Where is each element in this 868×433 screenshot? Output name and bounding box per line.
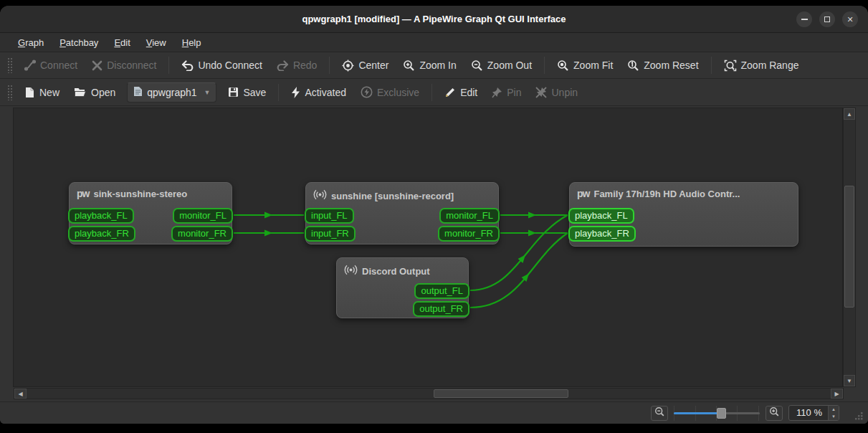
port-output-fr[interactable]: output_FR <box>413 301 469 317</box>
zoom-in-icon <box>403 60 415 72</box>
statusbar-zoom-out-button[interactable] <box>651 406 668 421</box>
slider-fill <box>674 412 721 414</box>
close-button[interactable]: ✕ <box>842 11 858 27</box>
spinbox-arrows[interactable]: ▲ ▼ <box>828 406 839 420</box>
menu-graph[interactable]: Graph <box>10 34 52 51</box>
scroll-down-button[interactable]: ▼ <box>844 375 855 386</box>
toolbar-separator <box>168 57 169 74</box>
patchbay-toolbar: New Open qpwgraph1 ▼ Save Activated Excl… <box>0 79 868 106</box>
open-folder-icon <box>74 87 87 97</box>
toolbar-drag-handle[interactable] <box>7 85 13 100</box>
stream-icon <box>344 263 358 279</box>
node-header: Discord Output <box>337 258 468 279</box>
unpin-icon <box>535 87 547 98</box>
port-playback-fl[interactable]: playback_FL <box>68 208 134 224</box>
save-button[interactable]: Save <box>221 82 273 103</box>
horizontal-scrollbar[interactable]: ◀ ▶ <box>14 388 844 399</box>
node-discord-output[interactable]: Discord Output output_FL output_FR <box>336 257 469 318</box>
graph-toolbar: Connect Disconnect Undo Connect Redo Cen… <box>0 52 868 79</box>
port-monitor-fl[interactable]: monitor_FL <box>439 208 500 224</box>
connection-edges <box>14 108 844 388</box>
menu-patchbay[interactable]: Patchbay <box>52 34 106 51</box>
toolbar-separator <box>431 84 432 101</box>
maximize-button[interactable] <box>819 11 835 27</box>
graph-canvas[interactable]: pw sink-sunshine-stereo playback_FL play… <box>13 108 843 387</box>
zoom-fit-button[interactable]: Zoom Fit <box>550 55 620 76</box>
center-icon <box>342 60 354 72</box>
menu-view[interactable]: View <box>138 34 174 51</box>
port-playback-fr[interactable]: playback_FR <box>68 226 135 242</box>
statusbar-zoom-in-button[interactable] <box>766 406 783 421</box>
activated-lightning-icon <box>291 87 300 98</box>
toolbar-separator <box>544 57 545 74</box>
scroll-left-button[interactable]: ◀ <box>14 389 27 399</box>
center-button[interactable]: Center <box>335 55 396 76</box>
port-playback-fr[interactable]: playback_FR <box>568 226 636 242</box>
node-title: sunshine [sunshine-record] <box>331 191 454 201</box>
zoom-out-button[interactable]: Zoom Out <box>464 55 539 76</box>
zoom-percent-value[interactable]: 110 % <box>789 406 828 420</box>
zoom-in-icon <box>769 406 780 420</box>
zoom-out-icon <box>654 406 665 420</box>
horizontal-scrollbar-thumb[interactable] <box>434 389 568 398</box>
patchbay-file-icon <box>133 86 143 99</box>
undo-connect-button[interactable]: Undo Connect <box>174 55 270 75</box>
port-monitor-fr[interactable]: monitor_FR <box>438 226 500 242</box>
titlebar: qpwgraph1 [modified] — A PipeWire Graph … <box>0 6 868 33</box>
unpin-button[interactable]: Unpin <box>528 82 585 103</box>
port-input-fl[interactable]: input_FL <box>305 208 354 224</box>
zoom-slider[interactable] <box>674 406 760 421</box>
port-monitor-fl[interactable]: monitor_FL <box>173 208 233 224</box>
node-sunshine[interactable]: sunshine [sunshine-record] input_FL inpu… <box>305 182 499 244</box>
scroll-right-button[interactable]: ▶ <box>831 389 843 399</box>
slider-handle[interactable] <box>717 408 726 419</box>
vertical-scrollbar[interactable]: ▲ ▼ <box>843 108 856 387</box>
connect-button[interactable]: Connect <box>17 55 85 75</box>
exclusive-toggle[interactable]: Exclusive <box>353 82 426 103</box>
menubar: Graph Patchbay Edit View Help <box>0 33 868 52</box>
node-header: pw sink-sunshine-stereo <box>70 183 232 199</box>
toolbar-separator <box>711 57 712 74</box>
menu-help[interactable]: Help <box>174 34 209 51</box>
zoom-fit-icon <box>557 60 569 72</box>
toolbar-separator <box>329 57 330 74</box>
pipewire-icon: pw <box>77 188 89 199</box>
port-input-fr[interactable]: input_FR <box>305 226 356 242</box>
edit-button[interactable]: Edit <box>437 82 485 103</box>
menu-edit[interactable]: Edit <box>106 34 138 51</box>
zoom-in-button[interactable]: Zoom In <box>396 55 463 76</box>
node-header: pw Family 17h/19h HD Audio Contr... <box>570 183 798 199</box>
patchbay-file-name: qpwgraph1 <box>147 87 196 98</box>
node-family-hd-audio[interactable]: pw Family 17h/19h HD Audio Contr... play… <box>569 182 798 247</box>
new-button[interactable]: New <box>17 82 67 103</box>
zoom-percent-spinbox[interactable]: 110 % ▲ ▼ <box>788 405 839 421</box>
node-header: sunshine [sunshine-record] <box>306 183 498 204</box>
edit-pencil-icon <box>444 87 456 98</box>
zoom-range-icon <box>724 60 737 72</box>
pin-button[interactable]: Pin <box>485 82 528 103</box>
minimize-button[interactable] <box>796 11 812 27</box>
spin-down-icon[interactable]: ▼ <box>829 413 839 420</box>
chevron-down-icon: ▼ <box>204 89 211 96</box>
spin-up-icon[interactable]: ▲ <box>829 406 839 413</box>
port-monitor-fr[interactable]: monitor_FR <box>171 226 233 242</box>
zoom-range-button[interactable]: Zoom Range <box>717 55 806 76</box>
scroll-up-button[interactable]: ▲ <box>844 108 855 120</box>
patchbay-file-combobox[interactable]: qpwgraph1 ▼ <box>127 82 216 103</box>
port-playback-fl[interactable]: playback_FL <box>568 208 634 224</box>
vertical-scrollbar-thumb[interactable] <box>844 186 854 308</box>
activated-toggle[interactable]: Activated <box>284 82 353 103</box>
maximize-icon <box>824 16 830 22</box>
node-sink-sunshine-stereo[interactable]: pw sink-sunshine-stereo playback_FL play… <box>69 182 232 244</box>
zoom-reset-button[interactable]: Zoom Reset <box>620 55 705 76</box>
redo-button[interactable]: Redo <box>270 55 324 75</box>
open-button[interactable]: Open <box>67 82 123 103</box>
port-output-fl[interactable]: output_FL <box>414 283 469 299</box>
disconnect-button[interactable]: Disconnect <box>85 55 163 75</box>
redo-icon <box>277 60 289 71</box>
undo-icon <box>181 60 194 71</box>
new-file-icon <box>24 87 35 98</box>
resize-grip[interactable] <box>854 411 864 421</box>
toolbar-drag-handle[interactable] <box>7 57 13 73</box>
zoom-out-icon <box>471 60 483 72</box>
